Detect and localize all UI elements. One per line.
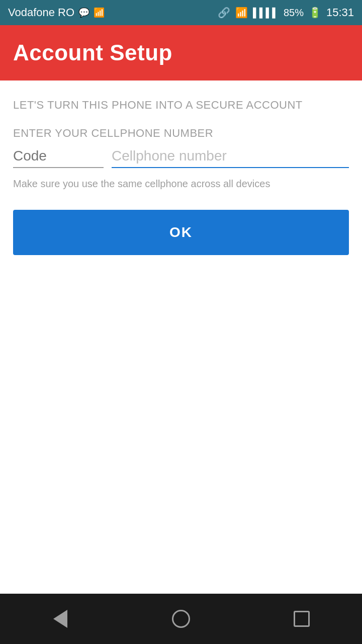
section-subtitle: LET'S TURN THIS PHONE INTO A SECURE ACCO… (13, 99, 349, 112)
app-bar: Account Setup (0, 25, 362, 80)
phone-input[interactable] (112, 145, 349, 168)
home-circle-icon (172, 610, 190, 628)
signal-icon: ▌▌▌▌ (253, 8, 279, 18)
recents-square-icon (294, 611, 310, 627)
status-bar: Vodafone RO 💬 📶 🔗 📶 ▌▌▌▌ 85% 🔋 15:31 (0, 0, 362, 25)
bluetooth-icon: 🔗 (218, 7, 230, 19)
back-button[interactable] (45, 604, 75, 634)
phone-field-wrapper (112, 145, 349, 168)
code-field-wrapper (13, 145, 104, 168)
battery-text: 85% (284, 7, 304, 19)
code-input[interactable] (13, 145, 104, 168)
status-bar-left: Vodafone RO 💬 📶 (8, 6, 105, 19)
carrier-text: Vodafone RO (8, 6, 74, 19)
hint-text: Make sure you use the same cellphone acr… (13, 178, 349, 190)
whatsapp-icon: 💬 (78, 7, 89, 18)
ok-button[interactable]: OK (13, 210, 349, 255)
sim-icon: 📶 (94, 7, 105, 18)
status-bar-right: 🔗 📶 ▌▌▌▌ 85% 🔋 15:31 (218, 6, 354, 19)
field-label: ENTER YOUR CELLPHONE NUMBER (13, 127, 349, 140)
page-title: Account Setup (13, 40, 172, 65)
phone-input-row (13, 145, 349, 168)
wifi-icon: 📶 (235, 7, 248, 19)
time-text: 15:31 (326, 6, 354, 19)
back-arrow-icon (53, 610, 67, 628)
home-button[interactable] (166, 604, 196, 634)
recents-button[interactable] (287, 604, 317, 634)
nav-bar (0, 594, 362, 644)
main-content: LET'S TURN THIS PHONE INTO A SECURE ACCO… (0, 80, 362, 594)
battery-icon: 🔋 (309, 7, 321, 19)
